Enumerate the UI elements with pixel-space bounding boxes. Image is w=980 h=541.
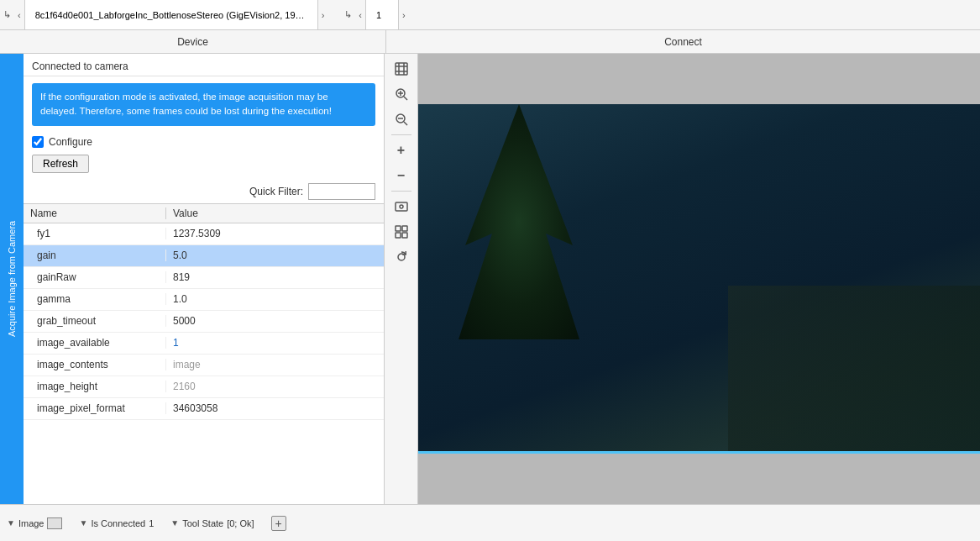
quick-filter-row: Quick Filter: (24, 180, 384, 203)
tab-nav-fwd-2[interactable]: › (399, 0, 409, 29)
table-row[interactable]: grab_timeout5000 (24, 311, 384, 333)
col-header-device: Device (0, 30, 386, 53)
svg-rect-8 (396, 202, 407, 211)
table-row[interactable]: image_contentsimage (24, 355, 384, 376)
add-button[interactable]: + (271, 516, 286, 531)
table-row[interactable]: image_pixel_format34603058 (24, 398, 384, 420)
connected-down-icon: ▼ (79, 518, 87, 528)
refresh-button[interactable]: Refresh (32, 155, 89, 173)
is-connected-label: Is Connected (91, 518, 145, 528)
svg-rect-0 (396, 63, 407, 75)
table-row[interactable]: image_height2160 (24, 376, 384, 398)
tab-nav-back-1[interactable]: ‹ (14, 0, 24, 29)
tab-redirect-icon-2[interactable]: ↳ (341, 0, 355, 29)
svg-rect-13 (402, 233, 407, 238)
tab-bar: ↳ ‹ 8c1f64d0e001_LabforgeInc_BottlenoseS… (0, 0, 980, 30)
table-cell-name: image_pixel_format (24, 402, 166, 414)
svg-line-2 (404, 97, 407, 100)
table-cell-value: 1.0 (166, 293, 384, 305)
configure-row: Configure (24, 133, 384, 151)
svg-line-6 (404, 122, 407, 125)
toolbar-divider-2 (391, 191, 411, 192)
svg-point-9 (400, 205, 403, 208)
image-down-icon: ▼ (7, 518, 15, 528)
grid-button[interactable] (389, 220, 414, 244)
zoom-in-button[interactable] (389, 82, 414, 106)
zoom-out-button[interactable] (389, 108, 414, 131)
tool-state-value: [0; Ok] (227, 518, 254, 528)
status-group-tool-state: ▼ Tool State [0; Ok] (170, 518, 254, 528)
table-cell-name: grab_timeout (24, 315, 166, 327)
main-tab-label: 8c1f64d0e001_LabforgeInc_BottlenoseStere… (35, 10, 307, 20)
table-body: fy11237.5309gain5.0gainRaw819gamma1.0gra… (24, 223, 384, 505)
camera-image (418, 104, 980, 454)
warning-box: If the configuration mode is activated, … (32, 83, 375, 126)
col-header-connect: Connect (386, 30, 980, 53)
connected-label: Connected to camera (24, 54, 384, 76)
rotate-button[interactable] (389, 245, 414, 269)
tab-nav-fwd-1[interactable]: › (318, 0, 328, 29)
connect-tab[interactable]: 1 (365, 0, 399, 29)
image-bottom-bar (418, 454, 980, 504)
pan-button[interactable] (389, 195, 414, 218)
svg-rect-10 (396, 226, 401, 231)
main-content: Acquire Image from Camera Connected to c… (0, 54, 980, 504)
zoom-minus-button[interactable]: − (389, 164, 414, 187)
configure-checkbox[interactable] (32, 136, 44, 148)
status-group-connected: ▼ Is Connected 1 (79, 518, 154, 528)
th-value: Value (166, 207, 384, 219)
zoom-plus-icon: + (397, 143, 405, 158)
image-area (418, 54, 980, 504)
table-cell-name: image_contents (24, 359, 166, 370)
table-row[interactable]: fy11237.5309 (24, 223, 384, 245)
table-header: Name Value (24, 203, 384, 223)
table-row[interactable]: gamma1.0 (24, 289, 384, 311)
table-row[interactable]: gain5.0 (24, 245, 384, 267)
image-top-bar (418, 54, 980, 104)
quick-filter-label: Quick Filter: (249, 186, 303, 197)
left-panel: Connected to camera If the configuration… (24, 54, 385, 504)
table-cell-value: image (166, 359, 384, 370)
right-toolbar: + − (385, 54, 418, 504)
table-cell-value: 819 (166, 271, 384, 283)
refresh-row: Refresh (24, 151, 384, 180)
tab-redirect-icon-1[interactable]: ↳ (0, 0, 14, 29)
table-row[interactable]: image_available1 (24, 333, 384, 355)
table-cell-name: image_available (24, 337, 166, 349)
table-cell-value: 2160 (166, 381, 384, 392)
fit-to-window-button[interactable] (389, 57, 414, 81)
table-cell-value: 5.0 (166, 249, 384, 261)
svg-rect-12 (396, 233, 401, 238)
tool-state-down-icon: ▼ (170, 518, 179, 528)
tab-nav-back-2[interactable]: ‹ (355, 0, 365, 29)
table-row[interactable]: gainRaw819 (24, 267, 384, 289)
vertical-tab-acquire[interactable]: Acquire Image from Camera (0, 54, 24, 504)
table-cell-name: image_height (24, 381, 166, 392)
main-tab[interactable]: 8c1f64d0e001_LabforgeInc_BottlenoseStere… (24, 0, 318, 29)
image-canvas (418, 54, 980, 504)
table-cell-name: gain (24, 249, 166, 261)
status-bar: ▼ Image ▼ Is Connected 1 ▼ Tool State [0… (0, 504, 980, 541)
column-headers: Device Connect (0, 30, 980, 54)
quick-filter-input[interactable] (308, 183, 375, 200)
table-cell-value: 1 (166, 337, 384, 349)
zoom-plus-button[interactable]: + (389, 139, 414, 162)
image-icon (47, 517, 62, 529)
svg-point-14 (398, 254, 405, 260)
configure-label: Configure (49, 136, 92, 148)
params-table: Name Value fy11237.5309gain5.0gainRaw819… (24, 203, 384, 505)
connect-tab-label: 1 (376, 10, 381, 20)
th-name: Name (24, 207, 166, 219)
table-cell-name: gainRaw (24, 271, 166, 283)
toolbar-divider-1 (391, 134, 411, 135)
table-cell-name: gamma (24, 293, 166, 305)
table-cell-value: 34603058 (166, 402, 384, 414)
image-label: Image (18, 518, 45, 528)
tool-state-label: Tool State (182, 518, 223, 528)
table-cell-value: 5000 (166, 315, 384, 327)
is-connected-value: 1 (149, 518, 154, 528)
svg-rect-11 (402, 226, 407, 231)
table-cell-name: fy1 (24, 228, 166, 239)
table-cell-value: 1237.5309 (166, 228, 384, 239)
status-group-image: ▼ Image (7, 517, 62, 529)
